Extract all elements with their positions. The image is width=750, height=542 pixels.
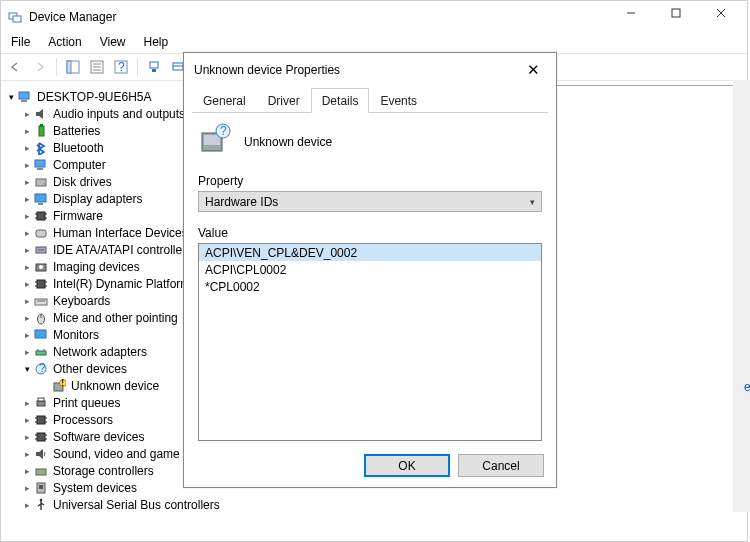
value-listbox[interactable]: ACPI\VEN_CPL&DEV_0002 ACPI\CPL0002 *CPL0… [198,243,542,441]
display-icon [33,191,49,207]
chevron-right-icon[interactable]: ▸ [21,211,33,221]
chevron-right-icon[interactable]: ▸ [21,398,33,408]
menu-view[interactable]: View [92,33,134,51]
maximize-button[interactable] [653,0,698,27]
speaker-icon [33,106,49,122]
svg-point-27 [43,183,45,185]
minimize-button[interactable] [608,0,653,27]
tab-general[interactable]: General [192,88,257,113]
close-button[interactable] [698,0,743,27]
chevron-down-icon[interactable]: ▾ [21,364,33,374]
svg-rect-35 [36,230,46,237]
forward-button[interactable] [29,56,51,78]
svg-rect-3 [672,9,680,17]
chevron-right-icon[interactable]: ▸ [21,228,33,238]
device-name: Unknown device [244,135,332,149]
menu-file[interactable]: File [3,33,38,51]
camera-icon [33,259,49,275]
chevron-right-icon[interactable]: ▸ [21,160,33,170]
cancel-button[interactable]: Cancel [458,454,544,477]
chevron-down-icon[interactable]: ▾ [5,92,17,102]
svg-rect-7 [67,61,71,73]
tab-driver[interactable]: Driver [257,88,311,113]
svg-rect-14 [150,62,158,68]
chip-icon [33,429,49,445]
chevron-down-icon: ▾ [530,197,535,207]
svg-rect-50 [36,351,46,355]
titlebar: Device Manager [1,1,747,31]
properties-icon[interactable] [86,56,108,78]
chevron-right-icon[interactable]: ▸ [21,313,33,323]
device-header: ? Unknown device [198,123,542,160]
tree-item-label: Batteries [53,124,100,138]
tab-details[interactable]: Details [311,88,370,113]
system-icon [33,480,49,496]
back-button[interactable] [5,56,27,78]
tree-item-label: Network adapters [53,345,147,359]
svg-rect-25 [37,168,43,170]
vertical-scrollbar[interactable] [733,80,750,512]
svg-rect-40 [37,280,45,288]
svg-rect-21 [21,100,27,102]
svg-rect-59 [38,398,44,401]
disk-icon [33,174,49,190]
tree-item-label: Keyboards [53,294,110,308]
chevron-right-icon[interactable]: ▸ [21,262,33,272]
window-title: Device Manager [29,10,116,24]
help-icon[interactable]: ? [110,56,132,78]
tree-item-label: Disk drives [53,175,112,189]
hid-icon [33,225,49,241]
tree-item[interactable]: ▸Universal Serial Bus controllers [5,496,747,513]
chevron-right-icon[interactable]: ▸ [21,500,33,510]
computer-icon [17,89,33,105]
svg-rect-20 [19,92,29,99]
ok-button[interactable]: OK [364,454,450,477]
menu-action[interactable]: Action [40,33,89,51]
tree-item-label: Audio inputs and outputs [53,107,185,121]
value-label: Value [198,226,542,240]
dialog-close-button[interactable]: ✕ [521,61,546,79]
tree-item-label: Bluetooth [53,141,104,155]
chevron-right-icon[interactable]: ▸ [21,279,33,289]
bluetooth-icon [33,140,49,156]
tree-item-label: Processors [53,413,113,427]
chevron-right-icon[interactable]: ▸ [21,296,33,306]
chip-icon [33,276,49,292]
chevron-right-icon[interactable]: ▸ [21,449,33,459]
chip-icon [33,208,49,224]
ide-icon [33,242,49,258]
svg-text:?: ? [220,124,227,138]
chevron-right-icon[interactable]: ▸ [21,415,33,425]
chevron-right-icon[interactable]: ▸ [21,466,33,476]
svg-rect-15 [152,69,156,72]
chevron-right-icon[interactable]: ▸ [21,143,33,153]
svg-text:!: ! [61,379,64,389]
list-item[interactable]: ACPI\CPL0002 [199,261,541,278]
chip-icon [33,412,49,428]
chevron-right-icon[interactable]: ▸ [21,432,33,442]
property-dropdown[interactable]: Hardware IDs ▾ [198,191,542,212]
chevron-right-icon[interactable]: ▸ [21,330,33,340]
tree-item-label: Software devices [53,430,144,444]
tree-root-label: DESKTOP-9UE6H5A [37,90,152,104]
dialog-title: Unknown device Properties [194,63,340,77]
chevron-right-icon[interactable]: ▸ [21,347,33,357]
usb-icon [33,497,49,513]
scan-hardware-icon[interactable] [143,56,165,78]
chevron-right-icon[interactable]: ▸ [21,245,33,255]
keyboard-icon [33,293,49,309]
show-hide-tree-button[interactable] [62,56,84,78]
list-item[interactable]: *CPL0002 [199,278,541,295]
chevron-right-icon[interactable]: ▸ [21,194,33,204]
chevron-right-icon[interactable]: ▸ [21,126,33,136]
tree-item-label: Imaging devices [53,260,140,274]
chevron-right-icon[interactable]: ▸ [21,483,33,493]
menu-help[interactable]: Help [136,33,177,51]
chevron-right-icon[interactable]: ▸ [21,177,33,187]
tree-item-label: Computer [53,158,106,172]
list-item[interactable]: ACPI\VEN_CPL&DEV_0002 [199,244,541,261]
tab-events[interactable]: Events [369,88,428,113]
mouse-icon [33,310,49,326]
chevron-right-icon[interactable]: ▸ [21,109,33,119]
tree-item-label: Intel(R) Dynamic Platform [53,277,190,291]
